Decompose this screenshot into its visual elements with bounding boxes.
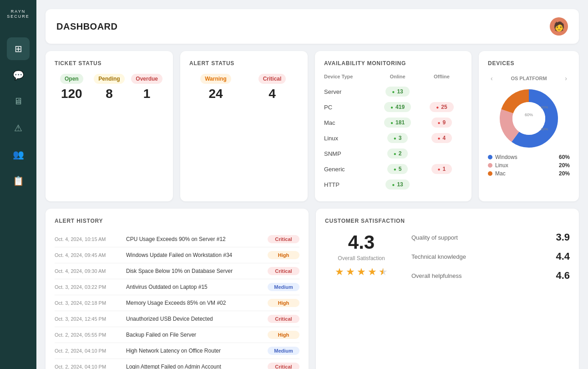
offline-cell: ●4	[421, 130, 462, 146]
history-time: Oct. 4, 2024, 10:15 AM	[55, 236, 121, 242]
next-arrow[interactable]: ›	[562, 74, 570, 83]
ticket-status-card: TICKET STATUS Open 120 Pending 8 Overdue…	[46, 51, 173, 201]
linux-dot	[488, 163, 492, 168]
svg-text:20%: 20%	[541, 105, 548, 109]
history-desc: Antivirus Outdated on Laptop #15	[126, 284, 262, 290]
legend-mac: Mac 20%	[488, 170, 570, 177]
history-list: Oct. 4, 2024, 10:15 AM CPU Usage Exceeds…	[55, 231, 299, 369]
star-1: ★	[335, 266, 344, 278]
warning-count: 24	[189, 87, 242, 101]
sidebar: RAYN SECURE ⊞ 💬 🖥 ⚠ 👥 📋	[0, 0, 36, 369]
online-cell: ●13	[374, 177, 421, 192]
satisfaction-title: CUSTOMER SATISFACTION	[325, 218, 570, 224]
history-desc: Memory Usage Exceeds 85% on VM #02	[126, 300, 262, 306]
top-row: TICKET STATUS Open 120 Pending 8 Overdue…	[46, 51, 579, 201]
sat-metrics: Quality of support 3.9 Technical knowled…	[411, 231, 570, 289]
device-type-cell: Server	[324, 84, 374, 99]
history-time: Oct. 4, 2024, 09:45 AM	[55, 252, 121, 258]
list-item: Oct. 4, 2024, 10:15 AM CPU Usage Exceeds…	[55, 231, 299, 247]
sidebar-item-dashboard[interactable]: ⊞	[7, 37, 30, 60]
availability-card: AVAILABILITY MONITORING Device Type Onli…	[315, 51, 471, 201]
satisfaction-card: CUSTOMER SATISFACTION 4.3 Overall Satisf…	[316, 209, 579, 369]
list-item: Oct. 3, 2024, 02:18 PM Memory Usage Exce…	[55, 295, 299, 311]
alert-status-title: ALERT STATUS	[189, 60, 299, 67]
reports-icon: 📋	[13, 175, 24, 186]
main-content: DASHBOARD 🧑 TICKET STATUS Open 120 Pendi…	[36, 0, 588, 369]
prev-arrow[interactable]: ‹	[488, 74, 496, 83]
list-item: Oct. 3, 2024, 12:45 PM Unauthorized USB …	[55, 311, 299, 327]
history-desc: Disk Space Below 10% on Database Server	[126, 268, 262, 274]
history-time: Oct. 4, 2024, 09:30 AM	[55, 268, 121, 274]
offline-cell	[421, 146, 462, 161]
star-rating: ★ ★ ★ ★ ★★	[325, 266, 398, 278]
online-badge: ●181	[384, 118, 411, 128]
list-item: Oct. 2, 2024, 04:10 PM High Network Late…	[55, 343, 299, 359]
sidebar-item-users[interactable]: 👥	[7, 143, 30, 166]
alert-status-grid: Warning 24 Critical 4	[189, 74, 299, 101]
sidebar-item-messages[interactable]: 💬	[7, 64, 30, 87]
history-desc: Login Attempt Failed on Admin Account	[126, 364, 262, 369]
severity-badge: Critical	[268, 267, 299, 275]
overall-score: 4.3	[325, 231, 398, 253]
list-item: Oct. 3, 2024, 03:22 PM Antivirus Outdate…	[55, 279, 299, 295]
history-desc: Unauthorized USB Device Detected	[126, 316, 262, 322]
ticket-overdue: Overdue 1	[130, 74, 164, 101]
severity-badge: Medium	[268, 347, 299, 355]
avatar[interactable]: 🧑	[550, 17, 568, 36]
legend: Windows 60% Linux 20% Mac 20%	[488, 154, 570, 177]
device-type-cell: HTTP	[324, 177, 374, 192]
windows-dot	[488, 155, 492, 159]
alert-history-title: ALERT HISTORY	[55, 218, 299, 224]
users-icon: 👥	[13, 149, 24, 160]
donut-container: 60% 20% 20%	[488, 87, 570, 150]
col-online: Online	[374, 74, 421, 84]
ticket-pending: Pending 8	[92, 74, 127, 101]
availability-table: Device Type Online Offline Server●13PC●4…	[324, 74, 462, 192]
col-offline: Offline	[421, 74, 462, 84]
list-item: Oct. 2, 2024, 05:55 PM Backup Failed on …	[55, 327, 299, 343]
sidebar-item-reports[interactable]: 📋	[7, 169, 30, 192]
messages-icon: 💬	[13, 70, 24, 81]
pending-count: 8	[92, 87, 127, 101]
history-time: Oct. 2, 2024, 04:10 PM	[55, 364, 121, 369]
offline-cell: ●25	[421, 99, 462, 115]
alert-history-card: ALERT HISTORY Oct. 4, 2024, 10:15 AM CPU…	[46, 209, 309, 369]
offline-cell: ●9	[421, 115, 462, 130]
alerts-icon: ⚠	[14, 123, 22, 133]
svg-text:60%: 60%	[525, 113, 533, 117]
online-badge: ●5	[387, 164, 408, 174]
history-time: Oct. 3, 2024, 12:45 PM	[55, 316, 121, 322]
history-desc: High Network Latency on Office Router	[126, 348, 262, 354]
legend-windows: Windows 60%	[488, 154, 570, 160]
offline-badge: ●4	[431, 133, 452, 143]
devices-title: DEVICES	[488, 60, 570, 67]
star-3: ★	[357, 266, 366, 278]
page-title: DASHBOARD	[56, 21, 118, 32]
legend-linux: Linux 20%	[488, 162, 570, 169]
mac-dot	[488, 171, 492, 176]
online-badge: ●3	[387, 133, 408, 143]
offline-cell	[421, 177, 462, 192]
list-item: Oct. 4, 2024, 09:30 AM Disk Space Below …	[55, 263, 299, 279]
os-platform-label: OS PLATFORM	[511, 76, 547, 81]
history-desc: CPU Usage Exceeds 90% on Server #12	[126, 236, 262, 242]
severity-badge: High	[268, 299, 299, 307]
online-badge: ●13	[385, 87, 409, 97]
sidebar-nav: ⊞ 💬 🖥 ⚠ 👥 📋	[0, 37, 36, 192]
open-count: 120	[55, 87, 89, 101]
device-type-cell: SNMP	[324, 146, 374, 161]
table-row: Server●13	[324, 84, 462, 99]
offline-cell	[421, 84, 462, 99]
alert-critical: Critical 4	[246, 74, 299, 101]
sidebar-item-devices[interactable]: 🖥	[7, 90, 30, 113]
offline-badge: ●25	[430, 102, 453, 112]
critical-badge: Critical	[259, 74, 286, 84]
offline-cell: ●1	[421, 161, 462, 177]
col-device-type: Device Type	[324, 74, 374, 84]
app-name: RAYN	[7, 9, 30, 14]
sidebar-item-alerts[interactable]: ⚠	[7, 117, 30, 139]
bottom-row: ALERT HISTORY Oct. 4, 2024, 10:15 AM CPU…	[46, 209, 579, 369]
list-item: Oct. 4, 2024, 09:45 AM Windows Update Fa…	[55, 247, 299, 263]
online-cell: ●13	[374, 84, 421, 99]
online-cell: ●5	[374, 161, 421, 177]
